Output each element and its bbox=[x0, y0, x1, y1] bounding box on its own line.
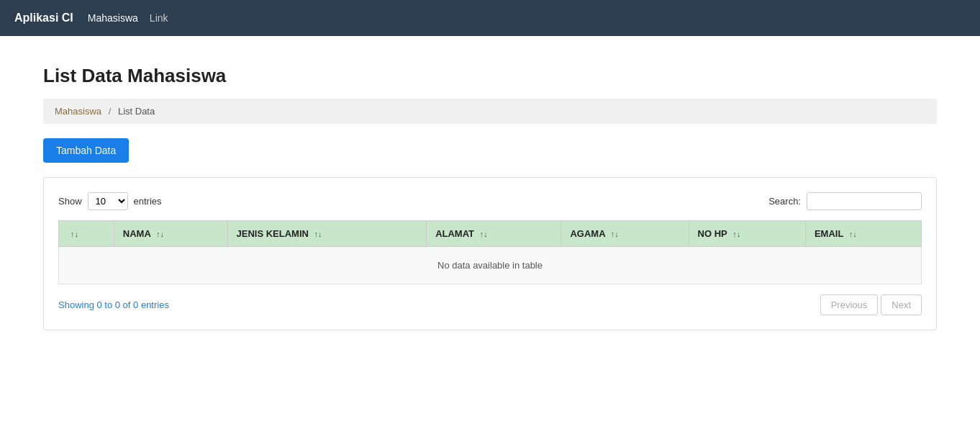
table-head: ↑↓ NAMA ↑↓ JENIS KELAMIN ↑↓ ALAMAT ↑↓ bbox=[59, 221, 922, 247]
no-data-cell: No data available in table bbox=[59, 247, 922, 284]
col-email-label: EMAIL bbox=[815, 228, 843, 239]
main-content: List Data Mahasiswa Mahasiswa / List Dat… bbox=[0, 36, 980, 359]
col-nama[interactable]: NAMA ↑↓ bbox=[114, 221, 227, 247]
nav-link[interactable]: Link bbox=[150, 12, 168, 24]
col-number[interactable]: ↑↓ bbox=[59, 221, 114, 247]
add-data-button[interactable]: Tambah Data bbox=[43, 138, 129, 163]
next-button[interactable]: Next bbox=[881, 294, 922, 315]
sort-icon-no-hp: ↑↓ bbox=[732, 230, 740, 238]
showing-info: Showing 0 to 0 of 0 entries bbox=[58, 299, 169, 310]
table-header-row: ↑↓ NAMA ↑↓ JENIS KELAMIN ↑↓ ALAMAT ↑↓ bbox=[59, 221, 922, 247]
col-alamat[interactable]: ALAMAT ↑↓ bbox=[427, 221, 561, 247]
show-entries: Show 10 25 50 100 entries bbox=[58, 192, 162, 210]
sort-icon-alamat: ↑↓ bbox=[480, 230, 488, 238]
col-jenis-kelamin[interactable]: JENIS KELAMIN ↑↓ bbox=[227, 221, 427, 247]
page-title: List Data Mahasiswa bbox=[43, 65, 937, 87]
sort-icon-number: ↑↓ bbox=[71, 230, 78, 238]
app-brand: Aplikasi CI bbox=[14, 12, 73, 24]
col-no-hp-label: NO HP bbox=[698, 228, 727, 239]
col-agama-label: AGAMA bbox=[570, 228, 605, 239]
table-body: No data available in table bbox=[59, 247, 922, 284]
sort-icon-agama: ↑↓ bbox=[611, 230, 619, 238]
entries-label: entries bbox=[134, 196, 162, 207]
pagination: Previous Next bbox=[820, 294, 922, 315]
col-alamat-label: ALAMAT bbox=[435, 228, 474, 239]
search-box: Search: bbox=[768, 192, 922, 210]
sort-icon-nama: ↑↓ bbox=[156, 230, 164, 238]
sort-icon-jenis-kelamin: ↑↓ bbox=[314, 230, 322, 238]
col-agama[interactable]: AGAMA ↑↓ bbox=[561, 221, 689, 247]
breadcrumb-current: List Data bbox=[118, 106, 155, 117]
entries-select[interactable]: 10 25 50 100 bbox=[88, 192, 128, 210]
navbar: Aplikasi CI Mahasiswa Link bbox=[0, 0, 980, 36]
breadcrumb: Mahasiswa / List Data bbox=[43, 99, 937, 124]
col-no-hp[interactable]: NO HP ↑↓ bbox=[689, 221, 805, 247]
data-table: ↑↓ NAMA ↑↓ JENIS KELAMIN ↑↓ ALAMAT ↑↓ bbox=[58, 220, 922, 284]
table-footer: Showing 0 to 0 of 0 entries Previous Nex… bbox=[58, 294, 922, 315]
col-email[interactable]: EMAIL ↑↓ bbox=[805, 221, 921, 247]
table-controls: Show 10 25 50 100 entries Search: bbox=[58, 192, 922, 210]
breadcrumb-separator: / bbox=[109, 106, 112, 117]
search-input[interactable] bbox=[807, 192, 922, 210]
no-data-row: No data available in table bbox=[59, 247, 922, 284]
breadcrumb-parent[interactable]: Mahasiswa bbox=[55, 106, 101, 117]
sort-icon-email: ↑↓ bbox=[849, 230, 857, 238]
show-label: Show bbox=[58, 196, 82, 207]
col-nama-label: NAMA bbox=[123, 228, 151, 239]
nav-mahasiswa[interactable]: Mahasiswa bbox=[88, 12, 138, 24]
previous-button[interactable]: Previous bbox=[820, 294, 879, 315]
table-card: Show 10 25 50 100 entries Search: ↑↓ bbox=[43, 177, 937, 330]
search-label: Search: bbox=[768, 196, 801, 207]
col-jenis-kelamin-label: JENIS KELAMIN bbox=[237, 228, 309, 239]
